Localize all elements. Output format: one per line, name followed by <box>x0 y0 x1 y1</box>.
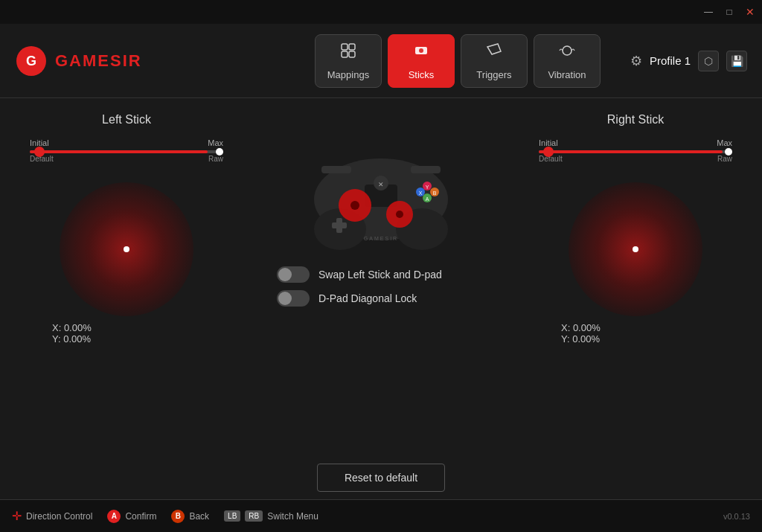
right-stick-slider[interactable]: Initial Max Default Raw <box>539 138 732 163</box>
maximize-button[interactable]: □ <box>723 6 735 18</box>
right-slider-thumb-initial[interactable] <box>543 147 554 157</box>
confirm-control: A Confirm <box>107 510 156 523</box>
header: G GAMESIR Mappings <box>0 24 762 98</box>
svg-text:GAMESIR: GAMESIR <box>364 236 398 241</box>
lb-icon: LB <box>224 510 240 522</box>
gamesir-logo-icon: G <box>15 45 48 77</box>
logo-text: GAMESIR <box>55 51 142 71</box>
reset-button[interactable]: Reset to default <box>317 464 445 492</box>
b-button-icon: B <box>171 510 185 523</box>
direction-control: ✛ Direction Control <box>12 509 92 523</box>
diagonal-lock-toggle[interactable] <box>277 290 310 307</box>
svg-rect-2 <box>342 44 348 50</box>
svg-text:G: G <box>26 54 36 68</box>
profile-edit-button[interactable]: ⬡ <box>698 51 719 71</box>
right-slider-track[interactable] <box>539 150 732 153</box>
left-slider-fill <box>30 150 208 153</box>
triggers-icon <box>484 41 504 65</box>
diagonal-lock-toggle-knob <box>278 292 292 305</box>
left-slider-sublabels: Default Raw <box>30 155 223 163</box>
profile-area: ⚙ Profile 1 ⬡ 💾 <box>630 51 747 71</box>
left-stick-dot <box>124 246 129 252</box>
left-stick-label: Left Stick <box>102 113 151 126</box>
svg-text:B: B <box>433 190 437 196</box>
left-y-coord: Y: 0.00% <box>52 333 92 344</box>
diagonal-lock-label: D-Pad Diagonal Lock <box>318 292 417 304</box>
profile-save-button[interactable]: 💾 <box>726 51 747 71</box>
mappings-label: Mappings <box>327 69 369 80</box>
svg-rect-3 <box>349 44 355 50</box>
right-slider-sublabels: Default Raw <box>539 155 732 163</box>
vibration-label: Vibration <box>548 69 586 80</box>
svg-point-18 <box>350 201 359 210</box>
diagonal-lock-option: D-Pad Diagonal Lock <box>277 290 485 307</box>
right-x-coord: X: 0.00% <box>561 322 601 333</box>
direction-control-label: Direction Control <box>26 511 92 522</box>
svg-point-20 <box>396 211 403 218</box>
svg-rect-12 <box>321 166 351 173</box>
back-label: Back <box>189 511 209 522</box>
left-stick-slider-labels: Initial Max <box>30 138 223 147</box>
close-button[interactable]: ✕ <box>744 6 756 18</box>
swap-stick-toggle-knob <box>278 268 292 281</box>
left-max-label: Max <box>208 138 223 147</box>
tab-triggers[interactable]: Triggers <box>461 34 528 88</box>
confirm-label: Confirm <box>125 511 156 522</box>
left-stick-coords: X: 0.00% Y: 0.00% <box>30 322 92 344</box>
rb-icon: RB <box>245 510 263 522</box>
left-raw-label: Raw <box>208 155 223 163</box>
back-control: B Back <box>171 510 209 523</box>
profile-name: Profile 1 <box>650 54 691 67</box>
switch-menu-label: Switch Menu <box>267 511 318 522</box>
right-stick-dot <box>633 246 638 252</box>
left-slider-track[interactable] <box>30 150 223 153</box>
a-button-icon: A <box>107 510 121 523</box>
right-raw-label: Raw <box>717 155 732 163</box>
right-y-coord: Y: 0.00% <box>561 333 601 344</box>
svg-text:X: X <box>419 190 423 196</box>
logo: G GAMESIR <box>15 45 142 77</box>
left-stick-slider[interactable]: Initial Max Default Raw <box>30 138 223 163</box>
options-area: Swap Left Stick and D-pad D-Pad Diagonal… <box>277 266 485 307</box>
svg-point-7 <box>419 48 423 53</box>
tab-sticks[interactable]: Sticks <box>388 34 455 88</box>
minimize-button[interactable]: — <box>702 6 714 18</box>
left-stick-visualizer <box>60 182 193 316</box>
right-stick-visualizer <box>569 182 702 316</box>
right-stick-slider-labels: Initial Max <box>539 138 732 147</box>
left-x-coord: X: 0.00% <box>52 322 92 333</box>
controller-svg: ✕ A B X Y GAMESIR <box>299 125 463 259</box>
svg-rect-4 <box>342 51 348 57</box>
sticks-label: Sticks <box>409 69 435 80</box>
right-slider-fill <box>539 150 723 153</box>
tab-vibration[interactable]: Vibration <box>534 34 601 88</box>
swap-stick-option: Swap Left Stick and D-pad <box>277 266 485 283</box>
right-stick-label: Right Stick <box>607 113 664 126</box>
main-content: Left Stick Initial Max Default Raw <box>0 98 762 499</box>
sticks-icon <box>412 41 431 65</box>
mappings-icon <box>339 41 358 65</box>
dpad-icon: ✛ <box>12 509 22 523</box>
right-stick-section: Right Stick Initial Max Default Raw <box>539 113 732 344</box>
vibration-icon <box>557 41 577 65</box>
triggers-label: Triggers <box>476 69 511 80</box>
nav-tabs: Mappings Sticks Triggers <box>315 34 601 88</box>
left-slider-thumb-max[interactable] <box>216 148 223 156</box>
version-text: v0.0.13 <box>723 512 750 521</box>
bottom-bar: ✛ Direction Control A Confirm B Back LB … <box>0 499 762 532</box>
controller-area: ✕ A B X Y GAMESIR <box>292 125 470 307</box>
swap-stick-toggle[interactable] <box>277 266 310 283</box>
right-stick-coords: X: 0.00% Y: 0.00% <box>539 322 601 344</box>
gear-icon: ⚙ <box>630 53 642 69</box>
tab-mappings[interactable]: Mappings <box>315 34 382 88</box>
right-slider-thumb-max[interactable] <box>725 148 732 156</box>
svg-text:✕: ✕ <box>378 181 384 188</box>
svg-rect-8 <box>563 46 572 55</box>
swap-stick-label: Swap Left Stick and D-pad <box>318 269 442 281</box>
switch-menu-control: LB RB Switch Menu <box>224 510 318 522</box>
svg-text:A: A <box>426 196 429 202</box>
left-stick-section: Left Stick Initial Max Default Raw <box>30 113 223 344</box>
svg-rect-22 <box>332 222 347 228</box>
left-slider-thumb-initial[interactable] <box>34 147 45 157</box>
svg-text:Y: Y <box>426 185 429 190</box>
